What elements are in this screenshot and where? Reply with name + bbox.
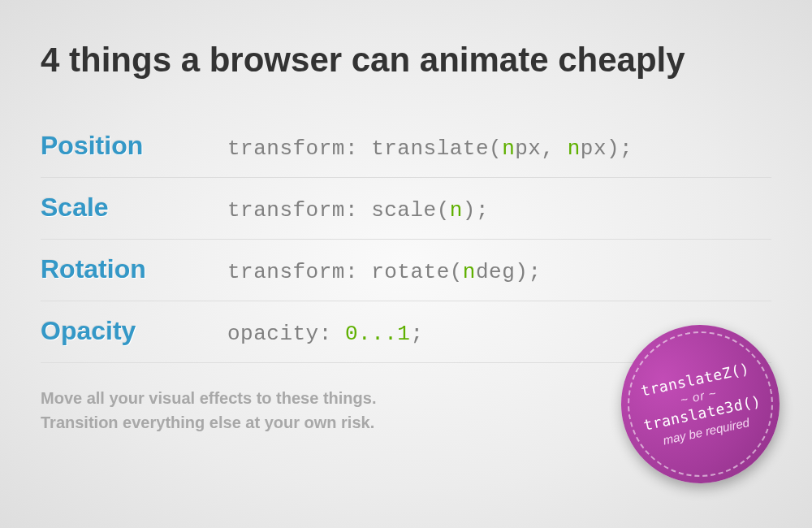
- label-position: Position: [41, 131, 227, 161]
- code-highlight: 0...1: [345, 322, 411, 346]
- code-text: deg);: [476, 260, 542, 284]
- badge-code-1: translateZ(): [639, 359, 750, 399]
- code-highlight: n: [568, 136, 581, 161]
- code-text: transform: scale(: [227, 198, 450, 223]
- row-position: Position transform: translate(npx, npx);: [41, 116, 771, 178]
- code-highlight: n: [463, 260, 476, 284]
- badge-or: or: [679, 385, 718, 406]
- label-scale: Scale: [41, 193, 227, 223]
- code-rotation: transform: rotate(ndeg);: [227, 260, 541, 284]
- row-rotation: Rotation transform: rotate(ndeg);: [41, 240, 771, 301]
- code-text: px);: [581, 136, 633, 161]
- badge-code-2: translate3d(): [641, 392, 762, 433]
- code-text: opacity:: [227, 322, 345, 346]
- label-rotation: Rotation: [41, 254, 227, 284]
- row-scale: Scale transform: scale(n);: [41, 178, 771, 240]
- code-text: transform: rotate(: [227, 260, 463, 284]
- code-text: transform: translate(: [227, 136, 502, 161]
- code-opacity: opacity: 0...1;: [227, 322, 424, 346]
- label-opacity: Opacity: [41, 316, 227, 346]
- code-scale: transform: scale(n);: [227, 198, 489, 223]
- badge-caption: may be required: [662, 415, 751, 447]
- code-position: transform: translate(npx, npx);: [227, 136, 633, 161]
- code-highlight: n: [450, 198, 463, 223]
- slide-title: 4 things a browser can animate cheaply: [41, 41, 771, 80]
- code-text: ;: [410, 322, 423, 346]
- code-text: );: [463, 198, 489, 223]
- code-text: px,: [515, 136, 567, 161]
- code-highlight: n: [502, 136, 515, 161]
